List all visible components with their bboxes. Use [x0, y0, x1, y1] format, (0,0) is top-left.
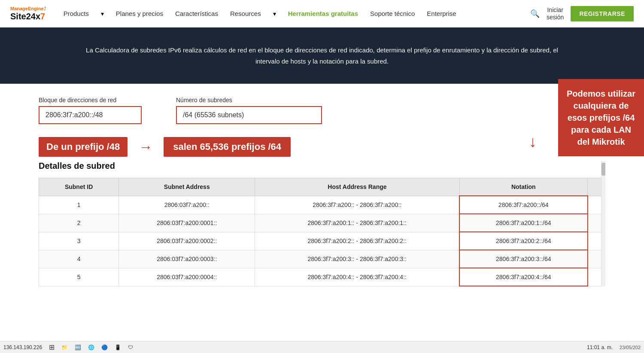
nav-soporte[interactable]: Soporte técnico — [370, 10, 415, 17]
cell-host-range: 2806:3f7:a200:4:: - 2806:3f7:a200:4:: — [255, 268, 459, 286]
cell-subnet-address: 2806:03f7:a200:0003:: — [119, 250, 255, 268]
cell-subnet-id: 4 — [39, 250, 119, 268]
cell-notation: 2806:3f7:a200:3::/64 — [459, 250, 587, 268]
cell-notation: 2806:3f7:a200:1::/64 — [459, 214, 587, 232]
main-content: Bloque de direcciones de red Número de s… — [0, 84, 644, 299]
nav-enterprise[interactable]: Enterprise — [427, 10, 456, 17]
nav-caracteristicas[interactable]: Características — [175, 10, 218, 17]
nav-resources[interactable]: Resources — [230, 10, 261, 17]
cell-subnet-id: 3 — [39, 232, 119, 250]
table-title: Detalles de subred — [39, 161, 605, 171]
cell-notation: 2806:3f7:a200::/64 — [459, 196, 587, 214]
network-label: Bloque de direcciones de red — [39, 97, 142, 103]
arrow-down-icon: ↓ — [529, 133, 537, 151]
annotation-row: De un prefijo /48 → salen 65,536 prefijo… — [39, 137, 605, 157]
logo-manageengine: ManageEngine⤴ — [10, 6, 46, 11]
products-chevron-icon: ▾ — [101, 10, 104, 17]
logo[interactable]: ManageEngine⤴ Site24x7 — [10, 6, 46, 21]
col-subnet-address: Subnet Address — [119, 178, 255, 196]
cell-host-range: 2806:3f7:a200:2:: - 2806:3f7:a200:2:: — [255, 232, 459, 250]
cell-notation: 2806:3f7:a200:2::/64 — [459, 232, 587, 250]
table-row: 22806:03f7:a200:0001::2806:3f7:a200:1:: … — [39, 214, 605, 232]
nav-links: Products ▾ Planes y precios Característi… — [64, 10, 530, 17]
hero-banner: La Calculadora de subredes IPv6 realiza … — [0, 27, 644, 84]
form-section: Bloque de direcciones de red Número de s… — [39, 97, 605, 124]
cell-subnet-address: 2806:03f7:a200:: — [119, 196, 255, 214]
col-subnet-id: Subnet ID — [39, 178, 119, 196]
cell-subnet-address: 2806:03f7:a200:0004:: — [119, 268, 255, 286]
nav-planes[interactable]: Planes y precios — [116, 10, 163, 17]
subnet-table: Subnet ID Subnet Address Host Address Ra… — [39, 178, 605, 286]
cell-host-range: 2806:3f7:a200:: - 2806:3f7:a200:: — [255, 196, 459, 214]
col-notation: Notation — [459, 178, 587, 196]
cell-host-range: 2806:3f7:a200:1:: - 2806:3f7:a200:1:: — [255, 214, 459, 232]
table-row: 12806:03f7:a200::2806:3f7:a200:: - 2806:… — [39, 196, 605, 214]
hero-text: La Calculadora de subredes IPv6 realiza … — [86, 45, 558, 67]
register-button[interactable]: REGISTRARSE — [571, 6, 634, 21]
table-wrapper: Detalles de subred Subnet ID Subnet Addr… — [39, 161, 605, 286]
network-form-group: Bloque de direcciones de red — [39, 97, 142, 124]
popup-annotation: Podemos utilizar cualquiera de esos pref… — [558, 79, 644, 156]
arrow-right-icon: → — [139, 139, 152, 155]
cell-subnet-address: 2806:03f7:a200:0001:: — [119, 214, 255, 232]
subnets-input[interactable] — [176, 106, 322, 124]
subnets-label: Número de subredes — [176, 97, 322, 103]
table-row: 52806:03f7:a200:0004::2806:3f7:a200:4:: … — [39, 268, 605, 286]
cell-notation: 2806:3f7:a200:4::/64 — [459, 268, 587, 286]
table-header-row: Subnet ID Subnet Address Host Address Ra… — [39, 178, 605, 196]
scrollbar-thumb[interactable] — [601, 163, 605, 176]
subnets-form-group: Número de subredes — [176, 97, 322, 124]
annotation-left: De un prefijo /48 — [39, 137, 128, 157]
nav-herramientas[interactable]: Herramientas gratuitas — [288, 10, 358, 17]
cell-subnet-id: 1 — [39, 196, 119, 214]
cell-subnet-address: 2806:03f7:a200:0002:: — [119, 232, 255, 250]
nav-bar: ManageEngine⤴ Site24x7 Products ▾ Planes… — [0, 0, 644, 27]
col-host-range: Host Address Range — [255, 178, 459, 196]
annotation-center: salen 65,536 prefijos /64 — [164, 137, 291, 157]
nav-right: 🔍 Iniciar sesión REGISTRARSE — [530, 6, 634, 21]
cell-subnet-id: 5 — [39, 268, 119, 286]
signin-button[interactable]: Iniciar sesión — [547, 6, 564, 21]
table-row: 42806:03f7:a200:0003::2806:3f7:a200:3:: … — [39, 250, 605, 268]
network-input[interactable] — [39, 106, 142, 124]
cell-subnet-id: 2 — [39, 214, 119, 232]
logo-site24x7: Site24x7 — [10, 12, 46, 21]
resources-chevron-icon: ▾ — [273, 10, 276, 17]
search-icon[interactable]: 🔍 — [530, 9, 540, 18]
scrollbar-track[interactable] — [601, 161, 605, 286]
table-row: 32806:03f7:a200:0002::2806:3f7:a200:2:: … — [39, 232, 605, 250]
cell-host-range: 2806:3f7:a200:3:: - 2806:3f7:a200:3:: — [255, 250, 459, 268]
nav-products[interactable]: Products — [64, 10, 89, 17]
